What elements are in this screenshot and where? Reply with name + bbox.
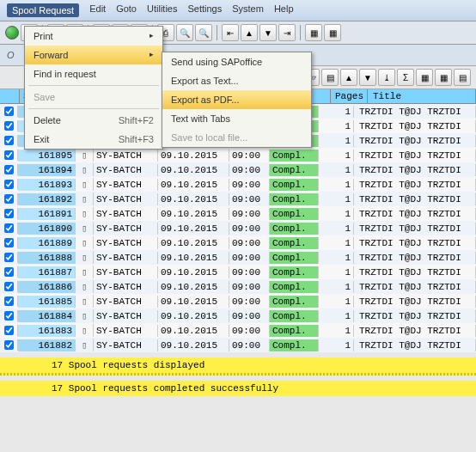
cell-time: 09:00 <box>229 237 270 249</box>
menu-item-text-with-tabs[interactable]: Text with Tabs <box>162 109 311 128</box>
menu-item-print[interactable]: Print <box>25 27 162 46</box>
menu-goto[interactable]: Goto <box>116 3 137 17</box>
menu-edit[interactable]: Edit <box>89 3 106 17</box>
menu-utilities[interactable]: Utilities <box>147 3 177 17</box>
document-icon[interactable]: ▯ <box>76 222 94 235</box>
cell-title: TRZTDI T@DJ TRZTDI <box>354 223 476 235</box>
row-checkbox[interactable] <box>0 296 18 307</box>
row-checkbox[interactable] <box>0 193 18 205</box>
table-row[interactable]: 161888▯SY-BATCH09.10.201509:00Compl.1TRZ… <box>0 250 476 265</box>
sort-asc-icon[interactable]: ▲ <box>340 69 357 86</box>
menu-item-export-as-text-[interactable]: Export as Text... <box>162 71 311 90</box>
row-checkbox[interactable] <box>0 164 18 175</box>
document-icon[interactable]: ▯ <box>76 207 94 220</box>
cell-spoolno: 161893 <box>18 179 76 191</box>
next-page-icon[interactable]: ▼ <box>259 24 277 41</box>
document-icon[interactable]: ▯ <box>76 163 94 176</box>
table-row[interactable]: 161893▯SY-BATCH09.10.201509:00Compl.1TRZ… <box>0 177 476 192</box>
table-row[interactable]: 161894▯SY-BATCH09.10.201509:00Compl.1TRZ… <box>0 162 476 177</box>
table-row[interactable]: 161886▯SY-BATCH09.10.201509:00Compl.1TRZ… <box>0 279 476 294</box>
document-icon[interactable]: ▯ <box>76 178 94 191</box>
cell-user: SY-BATCH <box>94 281 158 293</box>
table-row[interactable]: 161892▯SY-BATCH09.10.201509:00Compl.1TRZ… <box>0 192 476 206</box>
cell-status: Compl. <box>270 252 319 264</box>
settings-icon[interactable]: ▤ <box>454 69 471 86</box>
document-icon[interactable]: ▯ <box>76 149 94 162</box>
row-checkbox[interactable] <box>0 120 18 131</box>
table-row[interactable]: 161887▯SY-BATCH09.10.201509:00Compl.1TRZ… <box>0 265 476 279</box>
document-icon[interactable]: ▯ <box>76 266 94 278</box>
last-page-icon[interactable]: ⇥ <box>278 24 296 41</box>
table-row[interactable]: 161885▯SY-BATCH09.10.201509:00Compl.1TRZ… <box>0 294 476 308</box>
row-checkbox[interactable] <box>0 252 18 263</box>
tool1-icon[interactable]: ▦ <box>305 24 322 41</box>
document-icon[interactable]: ▯ <box>76 339 94 351</box>
cell-time: 09:00 <box>229 281 270 293</box>
cell-pages: 1 <box>319 208 354 220</box>
menu-item-find-in-request[interactable]: Find in request <box>25 64 162 83</box>
sum-icon[interactable]: Σ <box>397 69 414 86</box>
cell-title: TRZTDI T@DJ TRZTDI <box>354 208 476 220</box>
menu-help[interactable]: Help <box>274 3 294 17</box>
sort-desc-icon[interactable]: ▼ <box>359 69 376 86</box>
table-row[interactable]: 161882▯SY-BATCH09.10.201509:00Compl.1TRZ… <box>0 338 476 352</box>
menu-settings[interactable]: Settings <box>187 3 222 17</box>
document-icon[interactable]: ▯ <box>76 251 94 264</box>
first-page-icon[interactable]: ⇤ <box>222 24 239 41</box>
row-checkbox[interactable] <box>0 325 18 336</box>
menu-system[interactable]: System <box>232 3 264 17</box>
menu-item-export-as-pdf-[interactable]: Export as PDF... <box>162 90 311 109</box>
row-checkbox[interactable] <box>0 135 18 146</box>
table-row[interactable]: 161883▯SY-BATCH09.10.201509:00Compl.1TRZ… <box>0 323 476 338</box>
document-icon[interactable]: ▯ <box>76 192 94 205</box>
filter-icon[interactable]: ▤ <box>321 69 339 86</box>
select-icon[interactable]: ▦ <box>435 69 452 86</box>
document-icon[interactable]: ▯ <box>76 309 94 322</box>
row-checkbox[interactable] <box>0 223 18 234</box>
cell-spoolno: 161888 <box>18 252 76 264</box>
menu-item-send-using-sapoffice[interactable]: Send using SAPoffice <box>162 52 311 71</box>
table-row[interactable]: 161884▯SY-BATCH09.10.201509:00Compl.1TRZ… <box>0 308 476 323</box>
cell-spoolno: 161882 <box>18 339 76 351</box>
menu-item-delete[interactable]: DeleteShift+F2 <box>25 111 162 130</box>
row-checkbox[interactable] <box>0 310 18 321</box>
col-title[interactable]: Title <box>368 89 476 103</box>
menu-item-exit[interactable]: ExitShift+F3 <box>25 130 162 149</box>
document-icon[interactable]: ▯ <box>76 295 94 308</box>
row-checkbox[interactable] <box>0 339 18 351</box>
cell-status: Compl. <box>270 193 319 205</box>
find-next-icon[interactable]: 🔍 <box>195 24 212 41</box>
document-icon[interactable]: ▯ <box>76 236 94 249</box>
row-checkbox[interactable] <box>0 179 18 190</box>
cell-date: 09.10.2015 <box>158 237 229 249</box>
row-checkbox[interactable] <box>0 106 18 117</box>
layout-icon[interactable]: ▦ <box>416 69 433 86</box>
row-checkbox[interactable] <box>0 208 18 219</box>
find-icon[interactable]: 🔍 <box>176 24 193 41</box>
table-row[interactable]: 161891▯SY-BATCH09.10.201509:00Compl.1TRZ… <box>0 206 476 221</box>
cell-title: TRZTDI T@DJ TRZTDI <box>354 164 476 176</box>
col-pages[interactable]: Pages <box>331 89 368 103</box>
document-icon[interactable]: ▯ <box>76 280 94 293</box>
row-checkbox[interactable] <box>0 237 18 248</box>
cell-user: SY-BATCH <box>94 150 158 162</box>
cell-user: SY-BATCH <box>94 339 158 351</box>
document-icon[interactable]: ▯ <box>76 324 94 337</box>
prev-page-icon[interactable]: ▲ <box>241 24 258 41</box>
cell-spoolno: 161886 <box>18 281 76 293</box>
cell-pages: 1 <box>319 193 354 205</box>
cell-date: 09.10.2015 <box>158 339 229 351</box>
row-checkbox[interactable] <box>0 266 18 278</box>
menu-item-forward[interactable]: Forward <box>25 46 162 64</box>
export-icon[interactable]: ⤓ <box>378 69 395 86</box>
cell-date: 09.10.2015 <box>158 164 229 176</box>
row-checkbox[interactable] <box>0 281 18 292</box>
tool2-icon[interactable]: ▦ <box>324 24 341 41</box>
table-row[interactable]: 161895▯SY-BATCH09.10.201509:00Compl.1TRZ… <box>0 148 476 162</box>
row-checkbox[interactable] <box>0 150 18 161</box>
menu-spool-request[interactable]: Spool Request <box>7 3 79 17</box>
table-row[interactable]: 161889▯SY-BATCH09.10.201509:00Compl.1TRZ… <box>0 235 476 250</box>
table-row[interactable]: 161890▯SY-BATCH09.10.201509:00Compl.1TRZ… <box>0 221 476 235</box>
ok-indicator-icon[interactable] <box>5 26 19 40</box>
cell-time: 09:00 <box>229 310 270 322</box>
